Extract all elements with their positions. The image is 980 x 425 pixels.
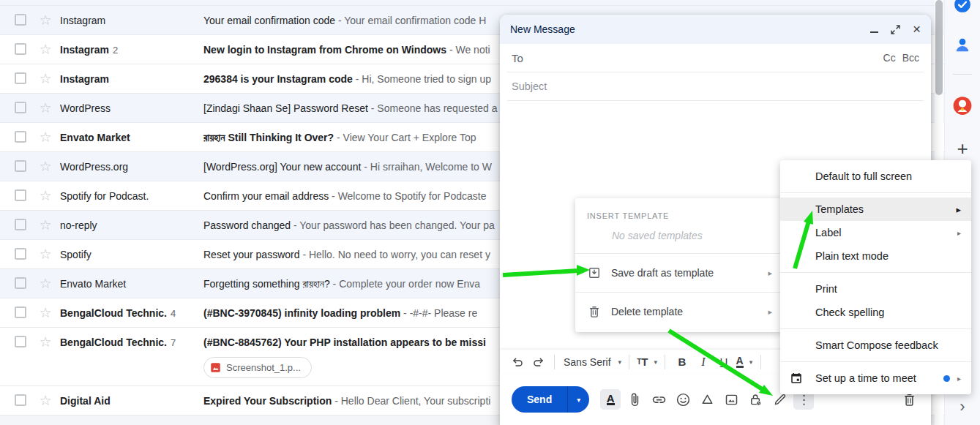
- email-sender: Envato Market: [60, 123, 203, 152]
- email-checkbox[interactable]: [15, 219, 26, 230]
- star-icon[interactable]: ☆: [37, 6, 54, 35]
- text-color-button[interactable]: A▾: [736, 353, 753, 372]
- email-checkbox[interactable]: [15, 189, 26, 201]
- popout-icon[interactable]: [891, 25, 900, 34]
- email-sender: Envato Market: [60, 269, 203, 298]
- hide-side-panel-icon[interactable]: ›: [960, 399, 965, 415]
- cc-bcc: Cc Bcc: [883, 52, 919, 64]
- caret-down-icon: ▾: [654, 358, 657, 366]
- attachment-chip[interactable]: Screenshot_1.p...: [203, 357, 312, 378]
- email-sender: Instagram: [60, 6, 203, 35]
- menu-item-templates[interactable]: Templates▸: [780, 198, 971, 221]
- email-sender: Instagram2: [60, 35, 203, 64]
- menu-item-save-draft-as-template[interactable]: Save draft as template ▸: [575, 257, 782, 289]
- email-checkbox[interactable]: [15, 394, 26, 406]
- email-checkbox[interactable]: [15, 14, 26, 26]
- underline-button[interactable]: U: [715, 353, 733, 372]
- compose-header[interactable]: New Message ×: [500, 15, 931, 44]
- toolbar-divider: [760, 355, 761, 369]
- get-addons-icon[interactable]: +: [957, 138, 968, 160]
- redo-icon[interactable]: [529, 353, 547, 372]
- formatting-options-button[interactable]: A: [600, 389, 621, 410]
- close-icon[interactable]: ×: [913, 22, 921, 36]
- star-icon[interactable]: ☆: [37, 181, 54, 211]
- menu-item-smart-compose-feedback[interactable]: Smart Compose feedback: [780, 334, 971, 357]
- menu-item-delete-template[interactable]: Delete template ▸: [575, 296, 782, 328]
- menu-divider: [780, 328, 971, 329]
- send-button[interactable]: Send: [512, 386, 567, 413]
- submenu-arrow-icon: ▸: [768, 307, 772, 317]
- cc-button[interactable]: Cc: [883, 52, 896, 64]
- toolbar-divider: [665, 355, 665, 369]
- email-checkbox[interactable]: [15, 102, 26, 113]
- bold-button[interactable]: B: [673, 353, 692, 372]
- thread-count: 7: [171, 337, 176, 348]
- undo-icon[interactable]: [509, 353, 526, 372]
- toolbar-divider: [554, 355, 555, 369]
- email-checkbox[interactable]: [15, 160, 26, 172]
- menu-item-label[interactable]: Label▸: [780, 221, 971, 244]
- email-sender: Spotify: [60, 240, 203, 269]
- menu-divider: [575, 253, 782, 254]
- submenu-arrow-icon: ▸: [957, 375, 961, 383]
- compose-more-options-menu: Default to full screen Templates▸ Label▸…: [780, 160, 971, 394]
- email-checkbox[interactable]: [15, 248, 26, 260]
- email-sender: BengalCloud Technic.7: [60, 328, 203, 358]
- star-icon[interactable]: ☆: [37, 328, 54, 357]
- menu-item-set-up-a-time-to-meet[interactable]: Set up a time to meet ▸: [780, 366, 971, 390]
- save-template-icon: [587, 266, 602, 280]
- submenu-arrow-icon: ▸: [768, 268, 772, 278]
- bcc-button[interactable]: Bcc: [902, 52, 919, 64]
- email-checkbox[interactable]: [15, 306, 26, 318]
- star-icon[interactable]: ☆: [37, 94, 54, 123]
- email-checkbox[interactable]: [15, 72, 26, 84]
- attach-files-icon[interactable]: [624, 389, 645, 410]
- menu-item-check-spelling[interactable]: Check spelling: [780, 301, 971, 324]
- confidential-mode-icon[interactable]: [745, 389, 766, 410]
- star-icon[interactable]: ☆: [37, 386, 54, 415]
- font-size-dropdown[interactable]: TT▾: [637, 353, 657, 372]
- star-icon[interactable]: ☆: [37, 123, 54, 152]
- menu-item-plain-text-mode[interactable]: Plain text mode: [780, 244, 971, 268]
- font-family-dropdown[interactable]: Sans Serif▾: [562, 353, 621, 372]
- to-field[interactable]: To Cc Bcc: [507, 44, 924, 72]
- minimize-icon[interactable]: [870, 26, 878, 33]
- insert-emoji-icon[interactable]: [673, 389, 693, 410]
- menu-divider: [780, 272, 971, 273]
- menu-item-print[interactable]: Print: [780, 277, 971, 301]
- compose-title: New Message: [510, 23, 575, 35]
- star-icon[interactable]: ☆: [37, 298, 54, 328]
- send-options-caret[interactable]: ▾: [567, 386, 589, 413]
- send-split-button[interactable]: Send ▾: [512, 386, 589, 413]
- email-checkbox[interactable]: [15, 43, 26, 55]
- star-icon[interactable]: ☆: [37, 35, 54, 64]
- italic-button[interactable]: I: [695, 353, 712, 372]
- insert-from-drive-icon[interactable]: [697, 389, 717, 410]
- star-icon[interactable]: ☆: [37, 269, 54, 298]
- email-sender: no-reply: [60, 211, 203, 240]
- contacts-icon[interactable]: [953, 36, 972, 55]
- email-checkbox[interactable]: [15, 336, 26, 347]
- star-icon[interactable]: ☆: [37, 152, 54, 181]
- subject-field[interactable]: Subject: [507, 72, 924, 101]
- star-icon[interactable]: ☆: [37, 211, 54, 240]
- insert-photo-icon[interactable]: [721, 389, 741, 410]
- email-sender: BengalCloud Technic.4: [60, 298, 203, 328]
- addon-icon[interactable]: [953, 96, 973, 116]
- scrollbar-thumb[interactable]: [935, 0, 943, 95]
- partial-row: [0, 0, 944, 6]
- menu-item-default-to-full-screen[interactable]: Default to full screen: [780, 165, 971, 188]
- subject-placeholder: Subject: [512, 80, 547, 92]
- caret-down-icon: ▾: [618, 358, 622, 366]
- to-label: To: [512, 52, 523, 64]
- star-icon[interactable]: ☆: [37, 64, 54, 94]
- email-checkbox[interactable]: [15, 131, 26, 143]
- email-checkbox[interactable]: [15, 277, 26, 289]
- thread-count: 2: [113, 45, 118, 56]
- side-panel-divider: [953, 74, 972, 75]
- insert-link-icon[interactable]: [648, 389, 669, 410]
- star-icon[interactable]: ☆: [37, 240, 54, 269]
- no-saved-templates-text: No saved templates: [575, 222, 782, 250]
- tasks-icon[interactable]: [953, 0, 972, 14]
- new-feature-dot: [943, 375, 950, 382]
